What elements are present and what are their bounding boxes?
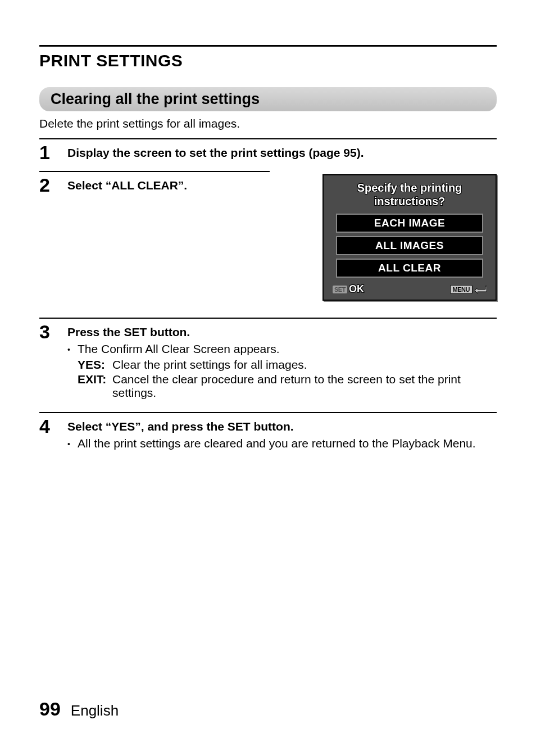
section-description: Delete the print settings for all images… — [39, 117, 497, 130]
device-option-all-clear[interactable]: ALL CLEAR — [336, 259, 483, 278]
page-title: PRINT SETTINGS — [39, 51, 497, 70]
step-2: 2 Select “ALL CLEAR”. — [39, 175, 311, 196]
menu-badge: MENU — [450, 285, 473, 294]
step-3: 3 Press the SET button. The Confirm All … — [39, 322, 497, 401]
set-badge: SET — [333, 286, 347, 293]
step-bullet: All the print settings are cleared and y… — [67, 437, 497, 450]
step-heading: Select “ALL CLEAR”. — [67, 179, 311, 192]
step-bullet: The Confirm All Clear Screen appears. — [67, 342, 497, 356]
step-number: 2 — [39, 175, 56, 194]
def-exit: EXIT: Cancel the clear procedure and ret… — [78, 373, 497, 400]
step-heading: Display the screen to set the print sett… — [67, 146, 497, 160]
def-label: EXIT: — [78, 373, 112, 386]
device-prompt: Specify the printing instructions? — [330, 181, 489, 208]
device-prompt-line2: instructions? — [374, 195, 446, 207]
set-ok-indicator: SET OK — [333, 283, 364, 295]
page-language: English — [71, 702, 119, 719]
device-prompt-line1: Specify the printing — [357, 182, 462, 194]
def-yes: YES: Clear the print settings for all im… — [78, 358, 497, 372]
device-option-each-image[interactable]: EACH IMAGE — [336, 214, 483, 233]
return-icon — [474, 285, 487, 294]
page-number: 99 — [39, 698, 61, 720]
device-option-all-images[interactable]: ALL IMAGES — [336, 236, 483, 255]
step-heading: Select “YES”, and press the SET button. — [67, 420, 497, 433]
step-number: 1 — [39, 143, 56, 162]
def-label: YES: — [78, 358, 112, 372]
step-number: 4 — [39, 417, 56, 436]
menu-return-indicator: MENU — [450, 285, 487, 294]
def-text: Clear the print settings for all images. — [112, 358, 497, 372]
step-heading: Press the SET button. — [67, 325, 497, 339]
step-1: 1 Display the screen to set the print se… — [39, 143, 497, 163]
step-4: 4 Select “YES”, and press the SET button… — [39, 417, 497, 452]
device-screen-mock: Specify the printing instructions? EACH … — [322, 174, 497, 301]
step-number: 3 — [39, 322, 56, 341]
section-header: Clearing all the print settings — [39, 87, 497, 111]
ok-label: OK — [349, 283, 364, 295]
def-text: Cancel the clear procedure and return to… — [112, 373, 497, 400]
